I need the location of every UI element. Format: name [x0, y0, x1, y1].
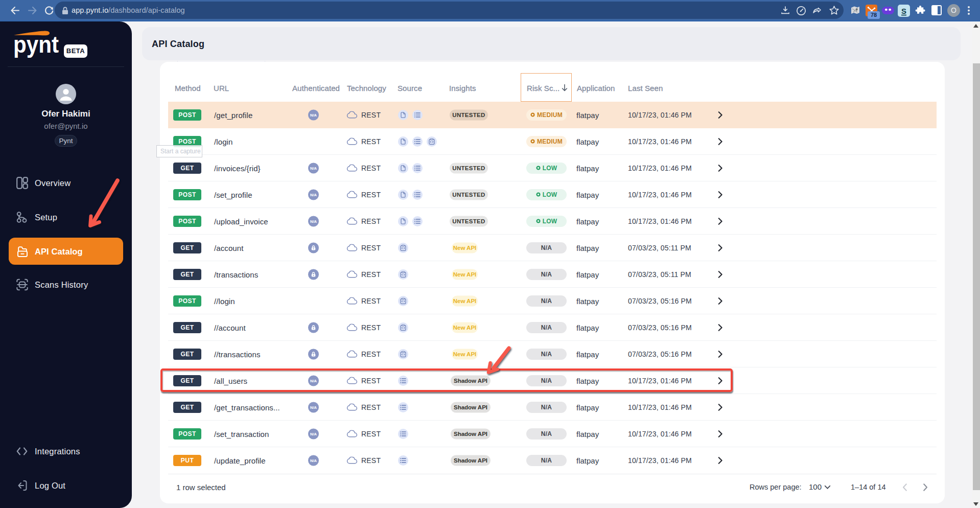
svg-text:pynt: pynt: [13, 31, 59, 58]
svg-text:S: S: [901, 7, 906, 15]
